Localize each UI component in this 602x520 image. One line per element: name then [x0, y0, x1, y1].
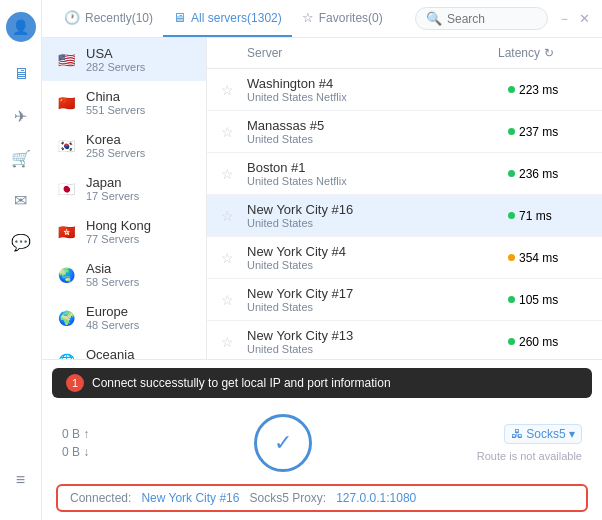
latency-value-6: 260 ms — [519, 335, 558, 349]
socks-button[interactable]: 🖧 Socks5 ▾ — [504, 424, 582, 444]
info-banner: 1 Connect successtully to get local IP a… — [52, 368, 592, 398]
socks-label: Socks5 ▾ — [526, 427, 575, 441]
content-area: 🇺🇸 USA 282 Servers 🇨🇳 China 551 Servers … — [42, 38, 602, 359]
socks-icon: 🖧 — [511, 427, 523, 441]
proxy-value: 127.0.0.1:1080 — [336, 491, 416, 505]
region-item-europe[interactable]: 🌍 Europe 48 Servers — [42, 296, 206, 339]
region-item-korea[interactable]: 🇰🇷 Korea 258 Servers — [42, 124, 206, 167]
server-sub-4: United States — [247, 259, 508, 271]
region-item-asia[interactable]: 🌏 Asia 58 Servers — [42, 253, 206, 296]
server-icon: 🖥 — [173, 10, 186, 25]
server-row-3[interactable]: ☆ New York City #16 United States 71 ms — [207, 195, 602, 237]
region-name-japan: Japan — [86, 175, 139, 190]
favorite-star-4[interactable]: ☆ — [221, 250, 239, 266]
region-count-japan: 17 Servers — [86, 190, 139, 202]
server-list-body: ☆ Washington #4 United States Netflix 22… — [207, 69, 602, 359]
server-sub-6: United States — [247, 343, 508, 355]
server-name-0: Washington #4 — [247, 76, 508, 91]
server-info-5: New York City #17 United States — [247, 286, 508, 313]
sidebar-icon-message[interactable]: ✈ — [7, 102, 35, 130]
server-info-4: New York City #4 United States — [247, 244, 508, 271]
latency-value-0: 223 ms — [519, 83, 558, 97]
server-sub-2: United States Netflix — [247, 175, 508, 187]
server-row-5[interactable]: ☆ New York City #17 United States 105 ms — [207, 279, 602, 321]
info-banner-text: Connect successtully to get local IP and… — [92, 376, 391, 390]
region-info-europe: Europe 48 Servers — [86, 304, 139, 331]
favorite-star-1[interactable]: ☆ — [221, 124, 239, 140]
region-item-japan[interactable]: 🇯🇵 Japan 17 Servers — [42, 167, 206, 210]
favorite-star-6[interactable]: ☆ — [221, 334, 239, 350]
latency-column-header: Latency ↻ — [498, 46, 588, 60]
search-input[interactable] — [447, 12, 537, 26]
region-info-hongkong: Hong Kong 77 Servers — [86, 218, 151, 245]
favorite-star-2[interactable]: ☆ — [221, 166, 239, 182]
region-count-europe: 48 Servers — [86, 319, 139, 331]
latency-value-1: 237 ms — [519, 125, 558, 139]
latency-value-5: 105 ms — [519, 293, 558, 307]
sidebar-icon-home[interactable]: 🖥 — [7, 60, 35, 88]
tab-favorites[interactable]: ☆ Favorites(0) — [292, 0, 393, 37]
close-button[interactable]: ✕ — [579, 11, 590, 26]
server-sub-3: United States — [247, 217, 508, 229]
region-name-europe: Europe — [86, 304, 139, 319]
server-latency-5: 105 ms — [508, 293, 588, 307]
tab-all-label: All servers(1302) — [191, 11, 282, 25]
tab-recently[interactable]: 🕐 Recently(10) — [54, 0, 163, 37]
tab-all[interactable]: 🖥 All servers(1302) — [163, 0, 292, 37]
region-item-china[interactable]: 🇨🇳 China 551 Servers — [42, 81, 206, 124]
download-stat: 0 B ↓ — [62, 445, 89, 459]
region-name-china: China — [86, 89, 145, 104]
region-count-korea: 258 Servers — [86, 147, 145, 159]
info-num-badge: 1 — [66, 374, 84, 392]
server-latency-3: 71 ms — [508, 209, 588, 223]
server-latency-1: 237 ms — [508, 125, 588, 139]
region-item-usa[interactable]: 🇺🇸 USA 282 Servers — [42, 38, 206, 81]
region-flag-china: 🇨🇳 — [54, 91, 78, 115]
server-name-6: New York City #13 — [247, 328, 508, 343]
search-box[interactable]: 🔍 — [415, 7, 548, 30]
server-row-6[interactable]: ☆ New York City #13 United States 260 ms — [207, 321, 602, 359]
connected-value: New York City #16 — [141, 491, 239, 505]
region-flag-japan: 🇯🇵 — [54, 177, 78, 201]
star-icon: ☆ — [302, 10, 314, 25]
server-row-2[interactable]: ☆ Boston #1 United States Netflix 236 ms — [207, 153, 602, 195]
connect-button[interactable]: ✓ — [254, 414, 312, 472]
region-item-hongkong[interactable]: 🇭🇰 Hong Kong 77 Servers — [42, 210, 206, 253]
server-row-1[interactable]: ☆ Manassas #5 United States 237 ms — [207, 111, 602, 153]
server-latency-2: 236 ms — [508, 167, 588, 181]
region-info-china: China 551 Servers — [86, 89, 145, 116]
main-panel: 🕐 Recently(10) 🖥 All servers(1302) ☆ Fav… — [42, 0, 602, 520]
server-row-4[interactable]: ☆ New York City #4 United States 354 ms — [207, 237, 602, 279]
refresh-icon[interactable]: ↻ — [544, 46, 554, 60]
proxy-label: Socks5 Proxy: — [249, 491, 326, 505]
latency-dot-2 — [508, 170, 515, 177]
latency-dot-5 — [508, 296, 515, 303]
sidebar-icon-shop[interactable]: 🛒 — [7, 144, 35, 172]
region-item-oceania[interactable]: 🌐 Oceania 4 Servers — [42, 339, 206, 359]
server-name-5: New York City #17 — [247, 286, 508, 301]
region-name-usa: USA — [86, 46, 145, 61]
bottom-bar: 1 Connect successtully to get local IP a… — [42, 359, 602, 520]
region-info-oceania: Oceania 4 Servers — [86, 347, 134, 359]
search-icon: 🔍 — [426, 11, 442, 26]
favorite-star-5[interactable]: ☆ — [221, 292, 239, 308]
region-flag-korea: 🇰🇷 — [54, 134, 78, 158]
latency-dot-4 — [508, 254, 515, 261]
upload-stat: 0 B ↑ — [62, 427, 89, 441]
region-count-usa: 282 Servers — [86, 61, 145, 73]
sidebar-icon-menu[interactable]: ≡ — [7, 466, 35, 494]
sidebar-icon-mail[interactable]: ✉ — [7, 186, 35, 214]
topbar: 🕐 Recently(10) 🖥 All servers(1302) ☆ Fav… — [42, 0, 602, 38]
favorite-star-0[interactable]: ☆ — [221, 82, 239, 98]
sidebar-icon-chat[interactable]: 💬 — [7, 228, 35, 256]
favorite-star-3[interactable]: ☆ — [221, 208, 239, 224]
region-flag-hongkong: 🇭🇰 — [54, 220, 78, 244]
server-row-0[interactable]: ☆ Washington #4 United States Netflix 22… — [207, 69, 602, 111]
region-info-japan: Japan 17 Servers — [86, 175, 139, 202]
minimize-button[interactable]: － — [558, 10, 571, 28]
connected-label: Connected: — [70, 491, 131, 505]
stats-row: 0 B ↑ 0 B ↓ ✓ 🖧 Socks5 ▾ Route is not av… — [42, 406, 602, 480]
avatar[interactable]: 👤 — [6, 12, 36, 42]
server-name-2: Boston #1 — [247, 160, 508, 175]
region-count-china: 551 Servers — [86, 104, 145, 116]
